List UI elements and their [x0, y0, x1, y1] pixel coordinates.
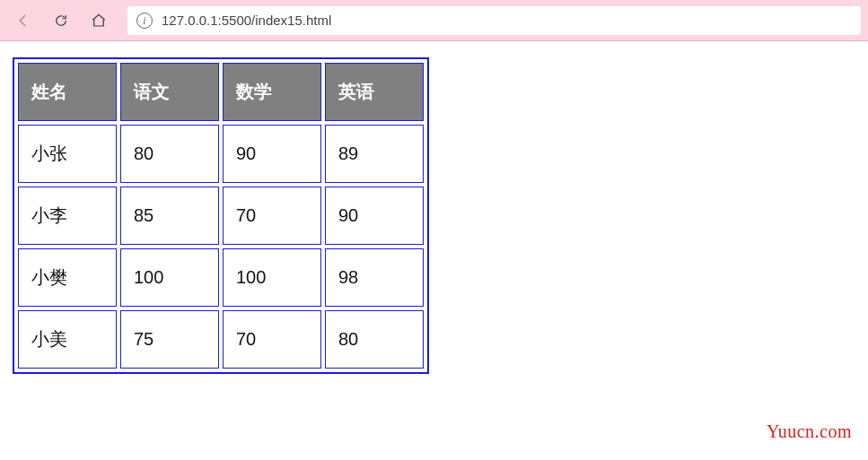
home-button[interactable]	[83, 4, 115, 37]
table-row: 小樊 100 100 98	[18, 248, 424, 307]
cell-value: 85	[120, 187, 219, 245]
cell-name: 小李	[18, 187, 117, 245]
url-text: 127.0.0.1:5500/index15.html	[162, 13, 331, 28]
cell-value: 70	[223, 187, 321, 245]
cell-value: 75	[120, 310, 219, 369]
cell-value: 89	[325, 125, 424, 183]
col-name: 姓名	[18, 63, 117, 121]
refresh-icon	[53, 13, 69, 29]
cell-name: 小樊	[18, 248, 117, 307]
cell-value: 100	[223, 248, 321, 307]
cell-value: 90	[325, 187, 424, 245]
cell-value: 80	[120, 125, 219, 183]
cell-value: 90	[223, 125, 321, 183]
grades-table: 姓名 语文 数学 英语 小张 80 90 89 小李 85 70 90 小樊 1…	[13, 57, 429, 374]
table-header-row: 姓名 语文 数学 英语	[18, 63, 424, 121]
address-bar[interactable]: i 127.0.0.1:5500/index15.html	[127, 6, 861, 35]
table-row: 小李 85 70 90	[18, 187, 424, 245]
cell-name: 小张	[18, 125, 117, 183]
col-chinese: 语文	[120, 63, 219, 121]
back-button[interactable]	[7, 4, 39, 37]
col-math: 数学	[223, 63, 321, 121]
cell-value: 98	[325, 248, 424, 307]
col-english: 英语	[325, 63, 424, 121]
table-row: 小美 75 70 80	[18, 310, 424, 369]
cell-name: 小美	[18, 310, 117, 369]
refresh-button[interactable]	[45, 4, 77, 37]
page-content: 姓名 语文 数学 英语 小张 80 90 89 小李 85 70 90 小樊 1…	[0, 41, 868, 460]
arrow-left-icon	[15, 13, 31, 29]
cell-value: 80	[325, 310, 424, 369]
watermark-text: Yuucn.com	[767, 421, 852, 442]
cell-value: 100	[120, 248, 219, 307]
info-icon: i	[136, 13, 153, 29]
table-row: 小张 80 90 89	[18, 125, 424, 183]
browser-toolbar: i 127.0.0.1:5500/index15.html	[0, 0, 868, 41]
cell-value: 70	[223, 310, 321, 369]
home-icon	[91, 13, 107, 29]
